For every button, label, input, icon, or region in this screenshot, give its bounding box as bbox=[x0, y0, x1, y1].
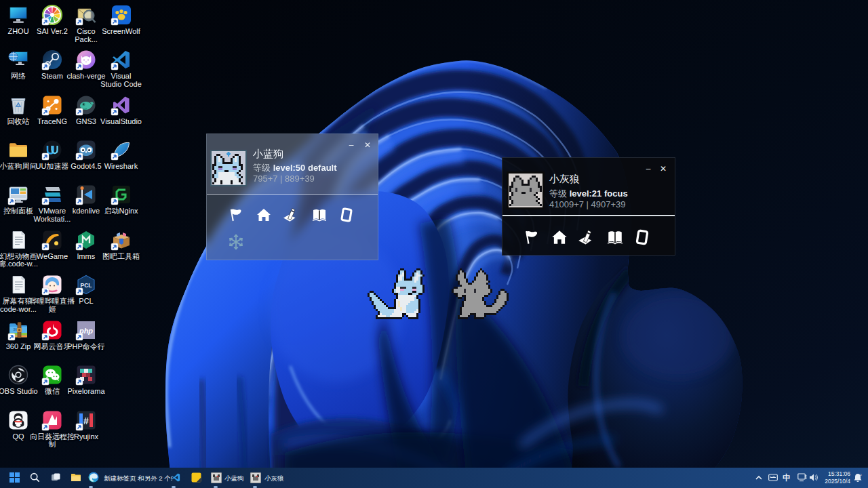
svg-text:php: php bbox=[79, 326, 93, 334]
svg-text:²: ² bbox=[861, 473, 862, 477]
svg-text:PCL: PCL bbox=[81, 282, 92, 289]
svg-text:#: # bbox=[83, 415, 89, 426]
